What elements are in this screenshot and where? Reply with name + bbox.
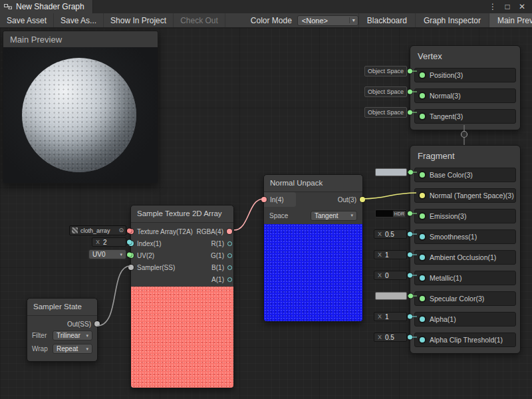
filter-dropdown[interactable]: Trilinear ▾ (53, 331, 92, 340)
a-port[interactable] (227, 277, 232, 282)
metallic-port[interactable] (420, 275, 425, 281)
base-color-port[interactable] (420, 172, 425, 178)
vertex-row-tangent[interactable]: Tangent(3) (414, 109, 516, 124)
metallic-input[interactable]: X 0 (374, 271, 407, 280)
position-space-dropdown[interactable]: Object Space (364, 66, 407, 76)
sample-node-inputs: Texture Array(T2A) Index(1) UV(2) Sample… (131, 225, 193, 285)
color-mode-value: <None> (302, 17, 328, 25)
g-port[interactable] (227, 253, 232, 258)
specular-color-swatch[interactable] (375, 292, 407, 300)
normal-unpack-title[interactable]: Normal Unpack (264, 175, 362, 192)
base-color-swatch-fill (375, 168, 407, 176)
base-color-swatch[interactable] (375, 168, 407, 176)
alpha-clip-port[interactable] (420, 337, 425, 342)
index-port-label: Index(1) (137, 240, 162, 247)
b-port[interactable] (227, 265, 232, 270)
fragment-row-emission[interactable]: Emission(3) (414, 209, 516, 223)
tangent-port[interactable] (420, 114, 425, 119)
shader-graph-icon (4, 3, 12, 11)
chevron-down-icon: ▾ (348, 213, 353, 218)
maximize-icon[interactable]: □ (501, 2, 513, 11)
smoothness-input[interactable]: X 0.5 (374, 229, 407, 239)
space-dropdown[interactable]: Tangent ▾ (311, 211, 357, 221)
position-label: Position(3) (430, 71, 463, 79)
alpha-clip-input[interactable]: X 0.5 (374, 332, 407, 342)
alpha-label: Alpha(1) (430, 315, 456, 323)
out-ss-port[interactable] (94, 321, 100, 327)
preview-sphere[interactable] (22, 58, 136, 172)
main-preview-header[interactable]: Main Preview (3, 31, 158, 47)
wrap-value: Repeat (57, 345, 78, 352)
ambient-occlusion-port[interactable] (420, 255, 425, 260)
filter-label: Filter (32, 332, 47, 339)
smoothness-port[interactable] (420, 234, 425, 239)
metallic-label: Metallic(1) (430, 274, 462, 282)
fragment-row-metallic[interactable]: Metallic(1) (414, 271, 516, 285)
index-input[interactable]: X 2 (92, 237, 126, 247)
sample-texture-2d-array-node[interactable]: Sample Texture 2D Array Texture Array(T2… (130, 205, 234, 388)
normal-unpack-node[interactable]: Normal Unpack In(4) Out(3) Space Tangent… (263, 174, 363, 322)
blackboard-toggle[interactable]: Blackboard (358, 13, 415, 27)
specular-swatch-fill (375, 292, 407, 300)
g-port-label: G(1) (211, 252, 224, 259)
fragment-row-normal[interactable]: Normal (Tangent Space)(3) (414, 188, 516, 203)
sampler-port[interactable] (128, 265, 134, 270)
graph-inspector-toggle[interactable]: Graph Inspector (415, 13, 489, 27)
sampler-state-title[interactable]: Sampler State (27, 299, 97, 316)
normal-tangent-port[interactable] (420, 193, 425, 198)
sampler-state-node[interactable]: Sampler State Out(SS) Filter Trilinear ▾… (27, 298, 98, 362)
r-port[interactable] (227, 241, 232, 246)
tangent-space-dropdown[interactable]: Object Space (364, 107, 407, 118)
chevron-down-icon: ▾ (83, 333, 88, 338)
index-connector (127, 240, 132, 245)
fragment-row-ambient-occlusion[interactable]: Ambient Occlusion(1) (414, 250, 516, 265)
alpha-clip-connector (408, 335, 412, 340)
in-port-label: In(4) (270, 196, 284, 203)
position-port[interactable] (420, 72, 425, 78)
wrap-dropdown[interactable]: Repeat ▾ (53, 344, 92, 354)
metallic-connector (408, 273, 412, 278)
specular-port[interactable] (420, 296, 425, 301)
save-as-button[interactable]: Save As... (54, 13, 104, 27)
normal-space-dropdown[interactable]: Object Space (364, 86, 407, 97)
fragment-row-smoothness[interactable]: Smoothness(1) (414, 229, 516, 244)
check-out-button: Check Out (174, 13, 225, 27)
close-icon[interactable]: ✕ (516, 2, 528, 11)
fragment-block-title: Fragment (414, 150, 516, 168)
save-asset-button[interactable]: Save Asset (0, 13, 54, 27)
vertex-block[interactable]: Vertex Position(3) Normal(3) Tangent(3) (410, 45, 521, 130)
uv-channel-dropdown[interactable]: UV0 ▾ (88, 249, 126, 259)
alpha-input[interactable]: X 1 (374, 312, 407, 321)
uv-port-label: UV(2) (137, 252, 154, 259)
color-mode-dropdown[interactable]: <None> ▾ (297, 15, 358, 26)
fragment-row-alpha-clip[interactable]: Alpha Clip Threshold(1) (414, 332, 516, 347)
normal-tangent-label: Normal (Tangent Space)(3) (430, 192, 514, 200)
fragment-block[interactable]: Fragment Base Color(3) Normal (Tangent S… (410, 145, 521, 354)
main-preview-toggle[interactable]: Main Preview (489, 13, 532, 27)
title-bar: New Shader Graph ⋮ □ ✕ (0, 0, 532, 13)
vertex-row-position[interactable]: Position(3) (414, 68, 516, 82)
show-in-project-button[interactable]: Show In Project (104, 13, 174, 27)
color-mode-label: Color Mode (245, 16, 297, 25)
vertex-row-normal[interactable]: Normal(3) (414, 88, 516, 103)
normal-port[interactable] (420, 93, 425, 98)
fragment-row-base-color[interactable]: Base Color(3) (414, 168, 516, 182)
document-tab[interactable]: New Shader Graph (0, 0, 93, 13)
rgba-port[interactable] (227, 229, 232, 234)
cloth-array-object-field[interactable]: cloth_array ⊙ (69, 225, 126, 235)
kebab-menu-icon[interactable]: ⋮ (487, 2, 499, 11)
emission-port[interactable] (420, 213, 425, 219)
sample-node-title[interactable]: Sample Texture 2D Array (131, 205, 233, 223)
r-port-label: R(1) (211, 240, 224, 247)
main-preview-viewport[interactable] (3, 47, 158, 183)
alpha-port[interactable] (420, 317, 425, 322)
fragment-row-specular[interactable]: Specular Color(3) (414, 291, 516, 306)
alpha-connector (408, 315, 412, 319)
emission-hdr-swatch[interactable]: HDR (375, 209, 407, 217)
fragment-row-alpha[interactable]: Alpha(1) (414, 312, 516, 327)
out-port[interactable] (360, 197, 365, 202)
specular-label: Specular Color(3) (430, 295, 484, 303)
ambient-occlusion-input[interactable]: X 1 (374, 250, 407, 259)
in-port[interactable] (261, 197, 267, 202)
object-picker-icon[interactable]: ⊙ (118, 227, 124, 233)
